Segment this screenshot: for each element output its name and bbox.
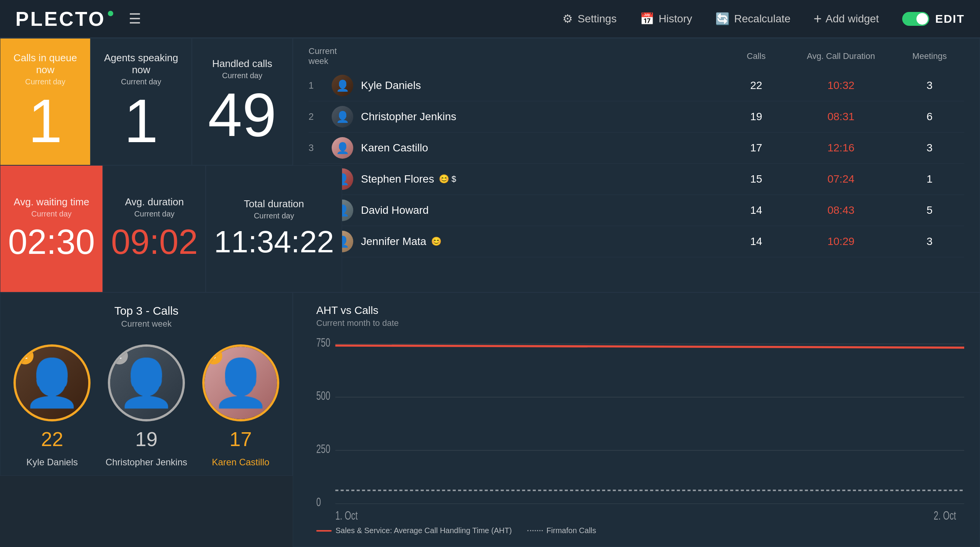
add-widget-button[interactable]: + Add widget [814,11,879,27]
hamburger-icon[interactable]: ☰ [129,11,141,27]
svg-text:2. Oct: 2. Oct [934,509,957,522]
calls-in-queue-value: 1 [28,90,62,152]
top3-grid: 1 👤 22 Kyle Daniels 2 👤 19 Christopher J… [8,344,285,468]
table-row: 3 👤 Karen Castillo 17 12:16 3 [309,133,964,164]
emoji-icon: 😊 [431,237,441,247]
row-calls: 14 [725,235,787,248]
agents-speaking-value: 1 [124,90,158,152]
header: PLECTO ☰ ⚙ Settings 📅 History 🔄 Recalcul… [0,0,980,38]
legend-item-aht: Sales & Service: Average Call Handling T… [316,526,512,535]
handled-calls-title: Handled calls [212,58,272,70]
top-row: Calls in queue now Current day 1 Agents … [0,38,293,165]
row-aht: 08:31 [787,111,895,123]
recalculate-icon: 🔄 [715,12,730,25]
table-row: 5 👤 David Howard 14 08:43 5 [309,195,964,226]
right-panel: Current week Calls Avg. Call Duration Me… [293,38,980,547]
edit-label[interactable]: EDIT [935,12,965,25]
row-meetings: 6 [895,111,964,123]
agents-speaking-subtitle: Current day [121,77,161,86]
chart-area: 750 500 250 0 1. Oct 2. Oct [316,336,964,522]
top3-item-1: 1 👤 22 Kyle Daniels [13,344,91,468]
row-calls: 22 [725,79,787,92]
recalculate-label: Recalculate [734,13,790,25]
top3-subtitle: Current week [121,319,172,329]
agents-speaking-title: Agents speaking now [99,52,184,76]
avg-duration-subtitle: Current day [134,210,175,218]
avg-waiting-subtitle: Current day [31,210,72,218]
legend-line-aht [316,530,332,532]
row-calls: 15 [725,173,787,185]
row-aht: 12:16 [787,142,895,154]
top3-name-1: Kyle Daniels [27,457,78,468]
col-meetings-header: Meetings [895,51,964,61]
row-aht: 10:29 [787,235,895,248]
svg-line-8 [335,346,964,348]
add-icon: + [814,11,822,27]
legend-item-calls: Firmafon Calls [527,526,596,535]
recalculate-nav-item[interactable]: 🔄 Recalculate [715,12,790,25]
leaderboard-cols: Calls Avg. Call Duration Meetings [725,51,964,61]
top3-count-1: 22 [41,428,63,451]
avatar: 👤 [332,106,353,128]
avg-waiting-title: Avg. waiting time [14,196,89,208]
svg-text:750: 750 [316,336,330,349]
settings-icon: ⚙ [562,12,573,25]
svg-text:0: 0 [316,496,321,509]
bottom-row: Avg. waiting time Current day 02:30 Avg.… [0,165,293,292]
row-meetings: 5 [895,204,964,216]
col-calls-header: Calls [725,51,787,61]
row-meetings: 1 [895,173,964,185]
handled-calls-subtitle: Current day [222,71,263,80]
calls-in-queue-tile: Calls in queue now Current day 1 [0,38,91,165]
history-nav-item[interactable]: 📅 History [640,12,692,25]
row-meetings: 3 [895,79,964,92]
avg-duration-title: Avg. duration [125,196,184,208]
total-duration-tile: Total duration Current day 11:34:22 [206,165,342,292]
avg-waiting-tile: Avg. waiting time Current day 02:30 [0,165,103,292]
row-name: David Howard [361,204,725,216]
edit-toggle[interactable] [902,12,929,26]
toggle-knob [916,13,928,25]
avg-duration-value: 09:02 [111,222,198,262]
chart-subtitle: Current month to date [316,318,964,328]
row-aht: 08:43 [787,204,895,216]
row-aht: 07:24 [787,173,895,185]
total-duration-value: 11:34:22 [214,224,334,260]
top3-title: Top 3 - Calls [114,304,179,317]
calls-in-queue-subtitle: Current day [25,77,65,86]
row-rank: 3 [309,143,324,153]
handled-calls-value: 49 [208,84,277,146]
table-row: 4 👤 Stephen Flores 😊 $ 15 07:24 1 [309,164,964,195]
top3-avatar-ring-3: 3 👤 [202,344,279,421]
table-row: 6 👤 Jennifer Mata 😊 14 10:29 3 [309,226,964,257]
chart-panel: AHT vs Calls Current month to date 750 5… [293,292,980,547]
rank-badge-2: 2 [111,347,128,364]
row-meetings: 3 [895,235,964,248]
chart-legend: Sales & Service: Average Call Handling T… [316,526,964,535]
avatar: 👤 [332,137,353,159]
row-calls: 14 [725,204,787,216]
svg-text:1. Oct: 1. Oct [335,509,358,522]
settings-nav-item[interactable]: ⚙ Settings [562,12,616,25]
top3-avatar-ring-1: 1 👤 [13,344,91,421]
header-nav: ⚙ Settings 📅 History 🔄 Recalculate + Add… [562,11,965,27]
logo-text: PLECTO [15,7,106,30]
main-content: Calls in queue now Current day 1 Agents … [0,38,980,547]
logo-dot [108,11,113,16]
leaderboard-header: Current week Calls Avg. Call Duration Me… [309,46,964,66]
logo: PLECTO [15,7,113,30]
row-name: Karen Castillo [361,142,725,154]
emoji-icon: 😊 $ [439,174,456,184]
top3-count-2: 19 [135,428,158,451]
chart-svg: 750 500 250 0 1. Oct 2. Oct [316,336,964,522]
row-rank: 1 [309,80,324,91]
table-row: 1 👤 Kyle Daniels 22 10:32 3 [309,70,964,101]
header-left: PLECTO ☰ [15,7,141,30]
chart-title: AHT vs Calls [316,304,964,317]
table-row: 2 👤 Christopher Jenkins 19 08:31 6 [309,101,964,133]
avatar: 👤 [332,75,353,96]
top3-item-3: 3 👤 17 Karen Castillo [202,344,279,468]
col-aht-header: Avg. Call Duration [787,51,895,61]
legend-label-aht: Sales & Service: Average Call Handling T… [336,526,512,535]
svg-text:250: 250 [316,443,330,456]
